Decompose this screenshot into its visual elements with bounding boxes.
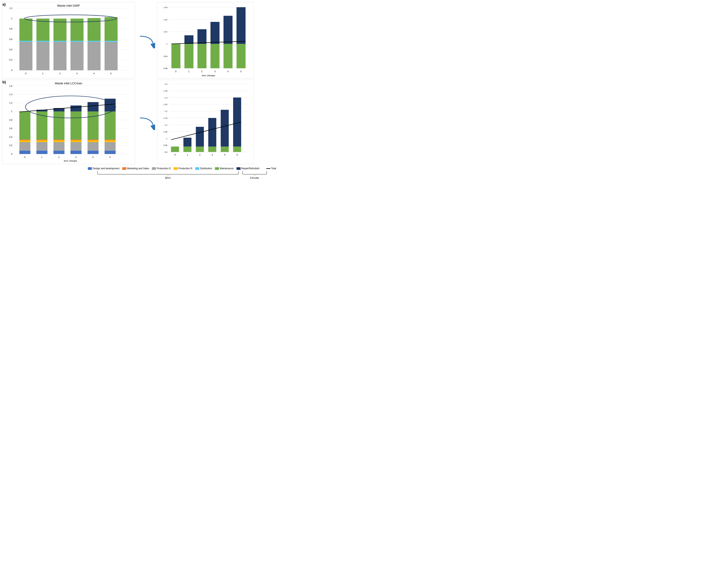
legend-repair-label: Repair/Refurbish (241, 167, 259, 170)
bar-a5-cyan (105, 41, 118, 42)
bar-b1-yellow (36, 140, 48, 142)
svg-text:1.6: 1.6 (9, 85, 12, 87)
svg-text:1.02: 1.02 (163, 19, 167, 21)
bar-b5-green (105, 111, 115, 140)
arrow-b (139, 80, 155, 164)
svg-text:3: 3 (214, 70, 215, 73)
svg-text:1.4: 1.4 (9, 93, 12, 95)
bar-b0-orange (19, 139, 30, 140)
svg-text:0.9: 0.9 (164, 151, 167, 153)
svg-text:1: 1 (166, 137, 167, 140)
circular-label: Circular (250, 176, 259, 179)
bar-a2-cyan (53, 41, 67, 42)
svg-text:5: 5 (109, 156, 111, 158)
chart-b-svg: Waste inlet LCCman 0 0.2 0.4 0.6 0.8 1 1… (2, 80, 135, 164)
zoom-a-bar1-green (184, 44, 193, 68)
zoom-a-bar3-navy (210, 22, 219, 44)
bar-a2-gray (53, 42, 67, 70)
svg-text:1.3: 1.3 (164, 96, 167, 99)
bar-b3-orange (71, 139, 82, 140)
svg-text:1.15: 1.15 (163, 117, 167, 119)
bar-b2-green (53, 111, 64, 140)
legend-prodR-color (174, 167, 178, 170)
svg-text:1.01: 1.01 (163, 31, 167, 33)
bar-b1-gray (36, 142, 48, 150)
zoom-b-bar5-green (233, 146, 241, 152)
trend-line-a (172, 41, 245, 44)
bar-b3-blue (71, 150, 82, 154)
svg-text:1.03: 1.03 (163, 6, 167, 8)
bar-b4-yellow (88, 140, 99, 142)
svg-text:1.35: 1.35 (163, 90, 167, 92)
legend-total-line (266, 168, 270, 169)
legend-prodR-label: Production R (179, 167, 192, 170)
legend-maintenance-color (215, 167, 219, 170)
bar-a0-green (19, 19, 32, 40)
bar-b0-blue (19, 150, 30, 154)
panel-b-label: b) (2, 80, 6, 84)
legend-distribution-color (195, 167, 199, 170)
svg-text:1.4: 1.4 (164, 83, 167, 85)
zoom-b-bar2-green (196, 146, 204, 152)
chart-a-zoom: 0.98 0.99 1 1.01 1.02 1.03 (157, 2, 254, 79)
bar-a0-cyan (19, 41, 32, 42)
bar-b2-yellow (53, 140, 64, 142)
svg-text:1: 1 (11, 17, 12, 20)
svg-text:0.99: 0.99 (163, 55, 167, 57)
arrow-b-svg (139, 114, 155, 130)
zoom-b-bar2-navy (196, 127, 204, 146)
circular-brace-group: Circular (240, 171, 269, 179)
bar-b4-blue (88, 150, 99, 154)
zoom-b-bar3-green (208, 146, 216, 152)
chart-b-main: Waste inlet LCCman 0 0.2 0.4 0.6 0.8 1 1… (2, 80, 135, 164)
bar-b2-blue (53, 150, 64, 154)
zoom-a-bar0-green (172, 44, 181, 68)
svg-text:0: 0 (11, 69, 12, 72)
svg-text:door changes: door changes (202, 74, 215, 77)
bar-b1-orange (36, 139, 48, 140)
svg-text:0.4: 0.4 (9, 48, 12, 51)
chart-a-title: Waste inlet GWP (57, 4, 80, 7)
bar-a3-cyan (71, 41, 84, 42)
legend-design: Design and development (88, 167, 120, 170)
legend-distribution-label: Distribution (200, 167, 212, 170)
arrow-a-svg (139, 32, 155, 48)
svg-text:1: 1 (42, 72, 44, 75)
svg-text:3: 3 (76, 72, 78, 75)
bar-b5-gray (105, 142, 115, 150)
zoom-b-bar4-navy (221, 110, 229, 146)
zoom-b-bar3-navy (208, 118, 216, 146)
svg-text:4: 4 (227, 70, 229, 73)
bar-b4-orange (88, 139, 99, 140)
legend-repair: Repair/Refurbish (236, 167, 259, 170)
legend-marketing: Marketing and Sales (122, 167, 149, 170)
bottom-section: b) Waste inlet LCCman 0 0.2 0.4 0.6 0.8 (2, 80, 362, 164)
svg-text:0: 0 (24, 156, 25, 158)
bau-label: BAU (165, 176, 171, 179)
svg-text:0.6: 0.6 (9, 38, 12, 40)
zoom-b-bar4-green (221, 146, 229, 152)
legend-maintenance: Maintenance (215, 167, 234, 170)
svg-text:0: 0 (175, 70, 177, 73)
legend-design-color (88, 167, 92, 170)
legend-items-row: Design and development Marketing and Sal… (88, 167, 276, 170)
bar-a0-gray (19, 42, 32, 70)
bar-b1-blue (36, 150, 48, 154)
bar-b0-gray (19, 142, 30, 150)
svg-text:4: 4 (92, 156, 94, 158)
bar-b5-blue (105, 150, 115, 154)
svg-text:door changes: door changes (64, 160, 77, 162)
svg-text:5: 5 (110, 72, 111, 75)
zoom-b-bar5-navy (233, 98, 241, 147)
svg-text:3: 3 (212, 154, 213, 156)
svg-text:5: 5 (240, 70, 241, 73)
svg-text:0: 0 (11, 153, 12, 155)
svg-text:1.25: 1.25 (163, 103, 167, 106)
svg-text:1: 1 (187, 154, 188, 156)
chart-a-svg: Waste inlet GWP 0 0.2 0.4 0.6 0.8 1 1.2 (2, 2, 135, 78)
zoom-b-bar1-green (183, 146, 191, 152)
svg-text:0.4: 0.4 (9, 136, 12, 138)
bar-a1-cyan (36, 41, 50, 42)
brace-row: BAU Circular (96, 171, 269, 179)
bar-b5-orange (105, 139, 115, 140)
